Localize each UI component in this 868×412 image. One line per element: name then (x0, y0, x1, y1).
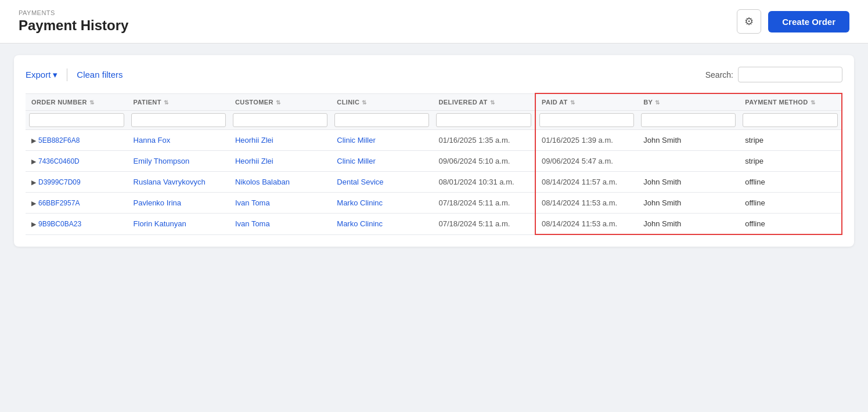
patient-name[interactable]: Ruslana Vavrykovych (134, 178, 206, 186)
cell-customer: Nikolos Balaban (229, 172, 331, 193)
cell-customer: Ivan Toma (229, 214, 331, 235)
filter-patient (128, 111, 229, 130)
filter-patient-input[interactable] (131, 113, 226, 127)
cell-clinic: Clinic Miller (331, 151, 433, 172)
cell-clinic: Clinic Miller (331, 130, 433, 151)
export-button[interactable]: Export ▾ (26, 70, 57, 80)
cell-delivered-at: 07/18/2024 5:11 a.m. (433, 193, 535, 214)
cell-by: John Smith (638, 193, 739, 214)
customer-name[interactable]: Heorhii Zlei (235, 157, 273, 165)
expand-icon[interactable]: ▶ (31, 158, 36, 165)
cell-payment-method: stripe (739, 130, 842, 151)
clinic-name[interactable]: Marko Clininc (337, 198, 383, 207)
filter-clinic (331, 111, 433, 130)
cell-order-number: ▶7436C0460D (26, 151, 128, 172)
toolbar-divider (67, 68, 67, 81)
by-value: John Smith (643, 178, 681, 186)
cell-paid-at: 08/14/2024 11:53 a.m. (535, 214, 638, 235)
filter-paid-input[interactable] (539, 113, 634, 127)
filter-order-input[interactable] (29, 113, 124, 127)
delivered-at-value: 07/18/2024 5:11 a.m. (438, 219, 510, 228)
customer-name[interactable]: Nikolos Balaban (235, 178, 290, 186)
cell-order-number: ▶D3999C7D09 (26, 172, 128, 193)
table-filter-row (26, 111, 842, 130)
expand-icon[interactable]: ▶ (31, 200, 36, 207)
customer-name[interactable]: Heorhii Zlei (235, 136, 273, 144)
settings-button[interactable]: ⚙ (737, 9, 761, 34)
cell-paid-at: 01/16/2025 1:39 a.m. (535, 130, 638, 151)
filter-customer-input[interactable] (233, 113, 327, 127)
filter-method-input[interactable] (743, 113, 838, 127)
sort-icon-method: ⇅ (811, 99, 815, 106)
expand-icon[interactable]: ▶ (31, 221, 36, 227)
clinic-name[interactable]: Clinic Miller (337, 136, 375, 144)
table-header-row: ORDER NUMBER⇅ PATIENT⇅ CUSTOMER⇅ CLINIC⇅… (26, 93, 842, 111)
chevron-down-icon: ▾ (53, 70, 57, 80)
cell-customer: Heorhii Zlei (229, 151, 331, 172)
paid-at-value: 08/14/2024 11:53 a.m. (542, 198, 617, 207)
cell-customer: Heorhii Zlei (229, 130, 331, 151)
cell-delivered-at: 08/01/2024 10:31 a.m. (433, 172, 535, 193)
patient-name[interactable]: Florin Katunyan (134, 219, 186, 228)
clinic-name[interactable]: Marko Clininc (337, 219, 383, 228)
clean-filters-button[interactable]: Clean filters (77, 70, 123, 79)
col-header-paid-at[interactable]: PAID AT⇅ (535, 93, 638, 111)
page-header: PAYMENTS Payment History ⚙ Create Order (0, 0, 868, 44)
col-header-delivered-at[interactable]: DELIVERED AT⇅ (433, 93, 535, 111)
by-value: John Smith (643, 136, 681, 144)
col-header-payment-method[interactable]: PAYMENT METHOD⇅ (739, 93, 842, 111)
header-actions: ⚙ Create Order (737, 9, 849, 34)
search-label: Search: (705, 70, 733, 79)
cell-by (638, 151, 739, 172)
filter-by-input[interactable] (641, 113, 736, 127)
order-number-value: 5EB882F6A8 (38, 136, 80, 144)
cell-patient: Florin Katunyan (128, 214, 229, 235)
cell-delivered-at: 01/16/2025 1:35 a.m. (433, 130, 535, 151)
customer-name[interactable]: Ivan Toma (235, 198, 270, 207)
col-header-customer[interactable]: CUSTOMER⇅ (229, 93, 331, 111)
col-header-order-number[interactable]: ORDER NUMBER⇅ (26, 93, 128, 111)
col-header-patient[interactable]: PATIENT⇅ (128, 93, 229, 111)
clinic-name[interactable]: Dental Sevice (337, 178, 383, 186)
cell-order-number: ▶5EB882F6A8 (26, 130, 128, 151)
expand-icon[interactable]: ▶ (31, 179, 36, 186)
payment-method-value: stripe (745, 136, 763, 144)
order-number-value: D3999C7D09 (38, 178, 81, 186)
search-input[interactable] (738, 67, 842, 82)
create-order-button[interactable]: Create Order (768, 11, 849, 32)
cell-payment-method: offline (739, 172, 842, 193)
filter-delivered-input[interactable] (436, 113, 531, 127)
cell-patient: Emily Thompson (128, 151, 229, 172)
cell-clinic: Marko Clininc (331, 193, 433, 214)
order-number-value: 7436C0460D (38, 157, 80, 165)
col-header-by[interactable]: BY⇅ (638, 93, 739, 111)
cell-by: John Smith (638, 214, 739, 235)
expand-icon[interactable]: ▶ (31, 137, 36, 144)
cell-clinic: Dental Sevice (331, 172, 433, 193)
filter-clinic-input[interactable] (334, 113, 429, 127)
by-value: John Smith (643, 198, 681, 207)
customer-name[interactable]: Ivan Toma (235, 219, 270, 228)
main-content: Export ▾ Clean filters Search: ORDER NUM… (14, 55, 854, 247)
clinic-name[interactable]: Clinic Miller (337, 157, 375, 165)
cell-patient: Pavlenko Irina (128, 193, 229, 214)
table-wrapper: ORDER NUMBER⇅ PATIENT⇅ CUSTOMER⇅ CLINIC⇅… (26, 93, 842, 235)
patient-name[interactable]: Hanna Fox (134, 136, 171, 144)
paid-at-value: 08/14/2024 11:53 a.m. (542, 219, 617, 228)
order-number-value: 9B9BC0BA23 (38, 220, 81, 228)
cell-order-number: ▶9B9BC0BA23 (26, 214, 128, 235)
col-header-clinic[interactable]: CLINIC⇅ (331, 93, 433, 111)
delivered-at-value: 08/01/2024 10:31 a.m. (438, 178, 514, 186)
filter-by (638, 111, 739, 130)
toolbar-left: Export ▾ Clean filters (26, 68, 123, 81)
table-row: ▶D3999C7D09Ruslana VavrykovychNikolos Ba… (26, 172, 842, 193)
cell-by: John Smith (638, 172, 739, 193)
filter-order-number (26, 111, 128, 130)
patient-name[interactable]: Pavlenko Irina (134, 198, 181, 207)
table-row: ▶66BBF2957APavlenko IrinaIvan TomaMarko … (26, 193, 842, 214)
patient-name[interactable]: Emily Thompson (134, 157, 190, 165)
toolbar-right: Search: (705, 67, 842, 82)
sort-icon-delivered: ⇅ (490, 99, 495, 106)
header-left: PAYMENTS Payment History (19, 9, 128, 34)
cell-customer: Ivan Toma (229, 193, 331, 214)
